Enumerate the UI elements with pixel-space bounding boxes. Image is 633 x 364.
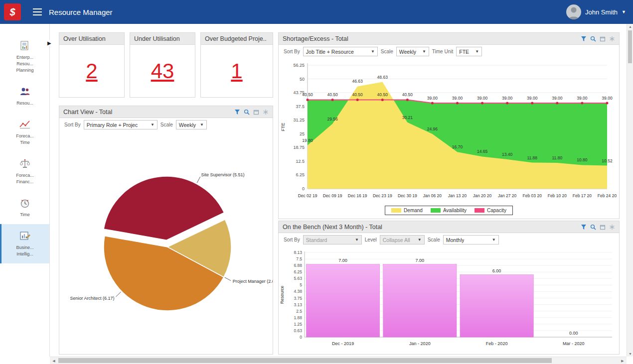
svg-text:39.00: 39.00 bbox=[527, 96, 538, 101]
erp-icon bbox=[19, 40, 30, 52]
legend-item: Availability bbox=[431, 208, 467, 213]
zoom-icon[interactable] bbox=[590, 224, 596, 230]
user-avatar[interactable] bbox=[566, 4, 581, 19]
topbar: $ Resource Manager John Smith ▼ bbox=[0, 0, 633, 24]
svg-text:56.25: 56.25 bbox=[293, 63, 305, 68]
app-logo-icon[interactable]: $ bbox=[4, 3, 21, 20]
panel-title: Chart View - Total bbox=[63, 109, 234, 116]
svg-text:40.50: 40.50 bbox=[327, 92, 338, 97]
svg-text:25: 25 bbox=[300, 131, 305, 136]
legend-label: Capacity bbox=[487, 208, 506, 213]
utilisation-pie-chart: Site Supervisor (5.51)Project Manager (2… bbox=[59, 131, 273, 351]
svg-text:Dec - 2019: Dec - 2019 bbox=[332, 341, 354, 346]
sidebar-item-business-intelligence[interactable]: Busine... Intellig... bbox=[0, 224, 49, 263]
svg-text:14.65: 14.65 bbox=[477, 149, 488, 154]
kpi-title: Over Budgeted Proje.. bbox=[201, 33, 273, 45]
sidebar-item-label: Foreca... bbox=[16, 133, 34, 139]
hamburger-menu-icon[interactable] bbox=[33, 8, 42, 15]
svg-text:Jan 27 20: Jan 27 20 bbox=[498, 193, 517, 198]
svg-text:Dec 02 19: Dec 02 19 bbox=[298, 193, 317, 198]
svg-text:6.88: 6.88 bbox=[294, 263, 302, 268]
svg-text:39.00: 39.00 bbox=[577, 96, 588, 101]
svg-text:1.25: 1.25 bbox=[294, 322, 302, 327]
scroll-left-icon[interactable]: ◀ bbox=[50, 357, 57, 364]
vertical-scroll-thumb[interactable] bbox=[628, 30, 632, 63]
vertical-scrollbar[interactable]: ▲ ▼ bbox=[627, 24, 633, 357]
sort-by-select[interactable]: Job Title + Resource▼ bbox=[303, 47, 378, 56]
horizontal-scrollbar[interactable]: ◀ ▶ bbox=[50, 357, 627, 364]
svg-text:Resource: Resource bbox=[280, 286, 285, 304]
scale-select[interactable]: Weekly▼ bbox=[396, 47, 429, 56]
kpi-value-link[interactable]: 1 bbox=[231, 59, 242, 83]
svg-text:39.00: 39.00 bbox=[502, 96, 513, 101]
maximize-icon[interactable] bbox=[253, 109, 259, 115]
sidebar-item-forecast-time[interactable]: Foreca... Time bbox=[0, 113, 49, 152]
svg-text:Feb 03 20: Feb 03 20 bbox=[523, 193, 542, 198]
svg-text:39.00: 39.00 bbox=[552, 96, 563, 101]
scroll-down-icon[interactable]: ▼ bbox=[627, 352, 633, 356]
zoom-icon[interactable] bbox=[590, 36, 596, 42]
svg-text:39.00: 39.00 bbox=[427, 96, 438, 101]
scale-select[interactable]: Monthly▼ bbox=[443, 235, 499, 244]
svg-text:Mar - 2020: Mar - 2020 bbox=[563, 341, 585, 346]
sidebar-item-label: Busine... bbox=[16, 244, 33, 251]
time-unit-label: Time Unit bbox=[432, 49, 453, 54]
sidebar-item-label: Time bbox=[20, 139, 30, 146]
chevron-down-icon: ▼ bbox=[475, 49, 479, 54]
scroll-up-icon[interactable]: ▲ bbox=[627, 25, 633, 28]
sidebar-expand-icon[interactable]: ▶ bbox=[47, 40, 52, 46]
svg-text:5.63: 5.63 bbox=[294, 276, 302, 281]
settings-icon[interactable] bbox=[609, 224, 615, 230]
legend-item: Demand bbox=[391, 208, 423, 213]
settings-icon[interactable] bbox=[263, 109, 269, 115]
scale-select[interactable]: Weekly▼ bbox=[176, 120, 207, 129]
kpi-title: Over Utilisation bbox=[59, 33, 124, 45]
svg-text:Dec 23 19: Dec 23 19 bbox=[373, 193, 392, 198]
forecast-finance-icon bbox=[19, 158, 30, 170]
time-unit-select[interactable]: FTE▼ bbox=[456, 47, 482, 56]
svg-text:6.00: 6.00 bbox=[492, 268, 501, 273]
legend-swatch bbox=[391, 208, 401, 213]
sort-by-select[interactable]: Standard▼ bbox=[303, 235, 362, 244]
svg-text:5: 5 bbox=[300, 282, 302, 287]
svg-text:1.88: 1.88 bbox=[294, 315, 302, 320]
chevron-down-icon: ▼ bbox=[151, 122, 155, 127]
maximize-icon[interactable] bbox=[600, 224, 606, 230]
legend-swatch bbox=[475, 208, 484, 213]
horizontal-scroll-thumb[interactable] bbox=[58, 358, 552, 363]
user-menu-caret-icon[interactable]: ▼ bbox=[622, 9, 626, 14]
sidebar-item-forecast-finance[interactable]: Foreca... Financ... bbox=[0, 152, 49, 191]
scroll-right-icon[interactable]: ▶ bbox=[619, 357, 626, 364]
legend-item: Capacity bbox=[475, 208, 506, 213]
scale-label: Scale bbox=[160, 122, 173, 127]
filter-icon[interactable] bbox=[581, 224, 587, 230]
svg-text:48.63: 48.63 bbox=[377, 75, 388, 80]
settings-icon[interactable] bbox=[609, 36, 615, 42]
sidebar-item-enterprise-resource-planning[interactable]: Enterp... Resou... Planning bbox=[0, 34, 49, 80]
kpi-value-link[interactable]: 43 bbox=[151, 59, 174, 83]
legend-swatch bbox=[431, 208, 441, 213]
svg-text:0.63: 0.63 bbox=[294, 328, 302, 333]
svg-text:Jan 06 20: Jan 06 20 bbox=[423, 193, 442, 198]
kpi-value-link[interactable]: 2 bbox=[86, 59, 97, 83]
filter-icon[interactable] bbox=[581, 36, 587, 42]
sidebar-item-label: Planning bbox=[16, 67, 33, 74]
resources-icon bbox=[19, 86, 31, 98]
sort-by-select[interactable]: Primary Role + Projec▼ bbox=[84, 120, 158, 129]
sidebar-item-resources[interactable]: Resou... bbox=[0, 80, 49, 113]
level-select[interactable]: Collapse All▼ bbox=[380, 235, 425, 244]
app-title: Resource Manager bbox=[49, 8, 113, 16]
kpi-title: Under Utilisation bbox=[130, 33, 195, 45]
chevron-down-icon: ▼ bbox=[355, 238, 359, 242]
svg-text:Dec 09 19: Dec 09 19 bbox=[323, 193, 342, 198]
svg-text:29.56: 29.56 bbox=[327, 117, 338, 121]
svg-text:11.80: 11.80 bbox=[552, 155, 563, 160]
user-name[interactable]: John Smith bbox=[585, 8, 618, 16]
filter-icon[interactable] bbox=[234, 109, 240, 115]
svg-text:7.00: 7.00 bbox=[338, 258, 347, 263]
sidebar-item-time[interactable]: Time bbox=[0, 191, 49, 224]
maximize-icon[interactable] bbox=[600, 36, 606, 42]
sidebar-item-label: Enterp... bbox=[16, 54, 33, 61]
panel-shortage-excess: Shortage/Excess - Total Sort By Job Titl… bbox=[278, 32, 620, 219]
zoom-icon[interactable] bbox=[244, 109, 250, 115]
